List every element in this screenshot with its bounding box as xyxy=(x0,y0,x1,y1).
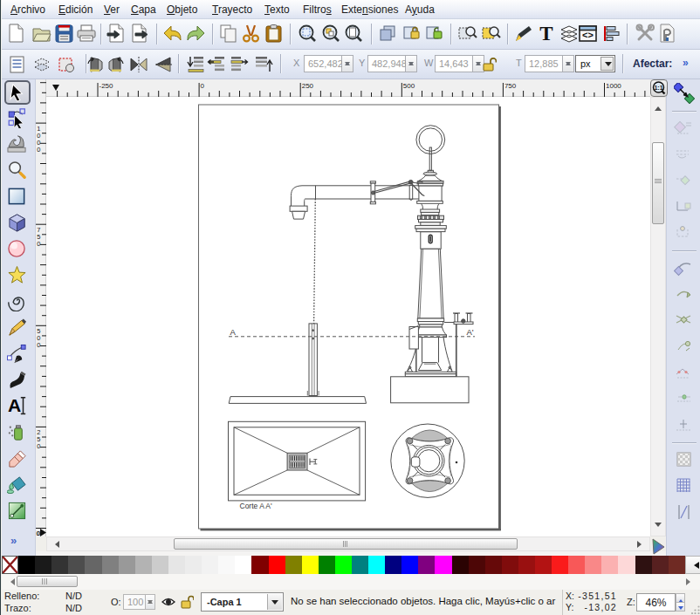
svg-text:0: 0 xyxy=(37,240,40,248)
svg-text:0: 0 xyxy=(37,146,40,154)
svg-text:250: 250 xyxy=(302,82,314,90)
svg-text:A': A' xyxy=(467,327,474,337)
svg-text:500: 500 xyxy=(403,82,415,90)
svg-text:0: 0 xyxy=(37,341,40,349)
svg-text:-250: -250 xyxy=(100,82,114,90)
svg-text:T: T xyxy=(539,24,552,44)
svg-text:0: 0 xyxy=(37,530,40,536)
svg-text:1000: 1000 xyxy=(606,82,621,90)
svg-text:0: 0 xyxy=(201,82,205,90)
svg-text:<>: <> xyxy=(582,30,594,40)
svg-text:0: 0 xyxy=(37,442,40,450)
svg-text:Corte A A': Corte A A' xyxy=(240,502,272,510)
svg-text:A: A xyxy=(230,327,237,337)
svg-text:750: 750 xyxy=(504,82,517,90)
svg-text:A: A xyxy=(8,396,21,415)
svg-text:1:1: 1:1 xyxy=(654,85,662,91)
